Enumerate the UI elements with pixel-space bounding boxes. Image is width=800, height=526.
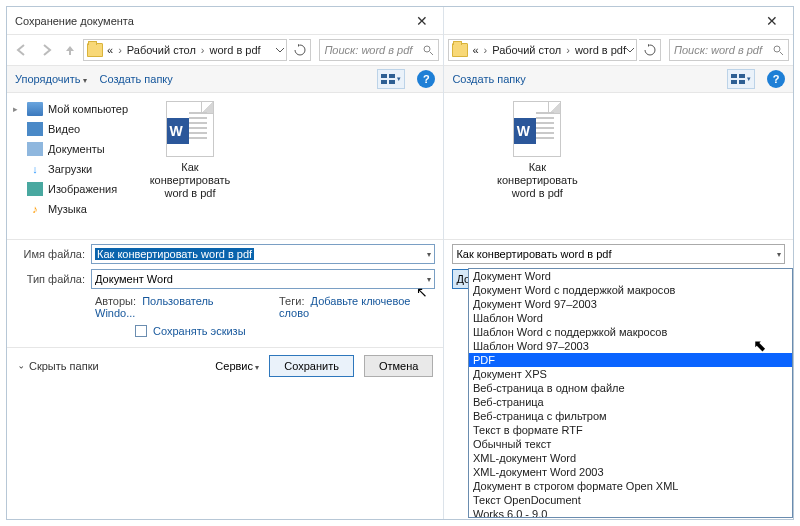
music-icon: ♪ [27, 202, 43, 216]
filename-input[interactable]: Как конвертировать word в pdf ▾ [452, 244, 785, 264]
search-icon [773, 45, 784, 56]
filetype-label: Тип файла: [15, 273, 91, 285]
sidebar-item-music[interactable]: ♪Музыка [11, 199, 133, 219]
filetype-option[interactable]: XML-документ Word [469, 451, 792, 465]
folder-tree: ▸Мой компьютер Видео Документы ↓Загрузки… [7, 93, 137, 239]
svg-rect-2 [381, 74, 387, 78]
breadcrumb[interactable]: « › Рабочий стол › word в pdf [448, 39, 637, 61]
filetype-dropdown[interactable]: Документ WordДокумент Word с поддержкой … [468, 268, 793, 518]
filetype-option[interactable]: Works 6.0 - 9.0 [469, 507, 792, 518]
filetype-option[interactable]: Шаблон Word с поддержкой макросов [469, 325, 792, 339]
breadcrumb-part[interactable]: word в pdf [210, 44, 261, 56]
search-input[interactable]: Поиск: word в pdf [669, 39, 789, 61]
filetype-option[interactable]: Обычный текст [469, 437, 792, 451]
filetype-select[interactable]: Документ Word ▾ ↖ [91, 269, 435, 289]
view-button[interactable]: ▾ [727, 69, 755, 89]
svg-rect-4 [381, 80, 387, 84]
toolbar: Создать папку ▾ ? [444, 65, 793, 93]
folder-icon [87, 43, 103, 57]
toolbar: Упорядочить Создать папку ▾ ? [7, 65, 443, 93]
title-bar: Сохранение документа ✕ [7, 7, 443, 35]
hide-folders-button[interactable]: Скрыть папки [17, 360, 99, 372]
pictures-icon [27, 182, 43, 196]
filename-input[interactable]: Как конвертировать word в pdf ▾ [91, 244, 435, 264]
save-button[interactable]: Сохранить [269, 355, 354, 377]
sidebar-item-video[interactable]: Видео [11, 119, 133, 139]
svg-point-0 [424, 46, 430, 52]
filetype-option[interactable]: Текст OpenDocument [469, 493, 792, 507]
search-input[interactable]: Поиск: word в pdf [319, 39, 439, 61]
forward-button[interactable] [35, 39, 57, 61]
file-list[interactable]: W Как конвертировать word в pdf [137, 93, 443, 239]
filetype-option[interactable]: Документ Word с поддержкой макросов [469, 283, 792, 297]
organize-menu[interactable]: Упорядочить [15, 73, 87, 85]
refresh-button[interactable] [639, 39, 661, 61]
file-name: Как конвертировать word в pdf [145, 161, 235, 200]
help-button[interactable]: ? [767, 70, 785, 88]
title-bar: ✕ [444, 7, 793, 35]
cancel-button[interactable]: Отмена [364, 355, 433, 377]
filetype-option[interactable]: Шаблон Word 97–2003 [469, 339, 792, 353]
filetype-option[interactable]: Веб-страница в одном файле [469, 381, 792, 395]
svg-rect-5 [389, 80, 395, 84]
filetype-option[interactable]: Документ Word 97–2003 [469, 297, 792, 311]
refresh-button[interactable] [289, 39, 311, 61]
video-icon [27, 122, 43, 136]
downloads-icon: ↓ [27, 162, 43, 176]
svg-rect-10 [731, 80, 737, 84]
view-button[interactable]: ▾ [377, 69, 405, 89]
save-thumbnails-checkbox[interactable]: Сохранять эскизы [135, 325, 435, 337]
filetype-option[interactable]: Веб-страница [469, 395, 792, 409]
filetype-option[interactable]: PDF [469, 353, 792, 367]
chevron-down-icon[interactable]: ▾ [427, 250, 431, 259]
filetype-option[interactable]: Шаблон Word [469, 311, 792, 325]
filetype-option[interactable]: Веб-страница с фильтром [469, 409, 792, 423]
filetype-option[interactable]: Текст в формате RTF [469, 423, 792, 437]
cursor-icon: ↖ [416, 284, 428, 300]
svg-rect-8 [731, 74, 737, 78]
svg-rect-3 [389, 74, 395, 78]
search-icon [423, 45, 434, 56]
word-doc-icon: W [513, 101, 561, 157]
tags-label: Теги: [279, 295, 304, 307]
computer-icon [27, 102, 43, 116]
help-button[interactable]: ? [417, 70, 435, 88]
folder-icon [452, 43, 468, 57]
nav-bar: « › Рабочий стол › word в pdf Поиск: wor… [7, 35, 443, 65]
new-folder-button[interactable]: Создать папку [452, 73, 525, 85]
close-icon[interactable]: ✕ [757, 14, 787, 28]
word-doc-icon: W [166, 101, 214, 157]
tools-menu[interactable]: Сервис [215, 360, 259, 372]
svg-line-7 [780, 52, 783, 55]
filetype-option[interactable]: Документ Word [469, 269, 792, 283]
filetype-option[interactable]: Документ XPS [469, 367, 792, 381]
breadcrumb[interactable]: « › Рабочий стол › word в pdf [83, 39, 287, 61]
svg-line-1 [430, 52, 433, 55]
sidebar-item-pictures[interactable]: Изображения [11, 179, 133, 199]
authors-label: Авторы: [95, 295, 136, 307]
chevron-down-icon[interactable]: ▾ [777, 250, 781, 259]
window-title: Сохранение документа [13, 15, 407, 27]
checkbox-icon [135, 325, 147, 337]
svg-rect-9 [739, 74, 745, 78]
svg-point-6 [774, 46, 780, 52]
filename-label: Имя файла: [15, 248, 91, 260]
filetype-option[interactable]: Документ в строгом формате Open XML [469, 479, 792, 493]
back-button[interactable] [11, 39, 33, 61]
nav-bar: « › Рабочий стол › word в pdf Поиск: wor… [444, 35, 793, 65]
up-button[interactable] [59, 39, 81, 61]
save-dialog-left: Сохранение документа ✕ « › Рабочий стол … [7, 7, 444, 519]
close-icon[interactable]: ✕ [407, 14, 437, 28]
sidebar-item-documents[interactable]: Документы [11, 139, 133, 159]
breadcrumb-part[interactable]: Рабочий стол [127, 44, 196, 56]
file-item[interactable]: W Как конвертировать word в pdf [492, 101, 582, 231]
filetype-option[interactable]: XML-документ Word 2003 [469, 465, 792, 479]
chevron-down-icon[interactable]: ▾ [427, 275, 431, 284]
svg-rect-11 [739, 80, 745, 84]
sidebar-item-computer[interactable]: ▸Мой компьютер [11, 99, 133, 119]
file-item[interactable]: W Как конвертировать word в pdf [145, 101, 235, 200]
documents-icon [27, 142, 43, 156]
sidebar-item-downloads[interactable]: ↓Загрузки [11, 159, 133, 179]
new-folder-button[interactable]: Создать папку [99, 73, 172, 85]
file-name: Как конвертировать word в pdf [492, 161, 582, 200]
